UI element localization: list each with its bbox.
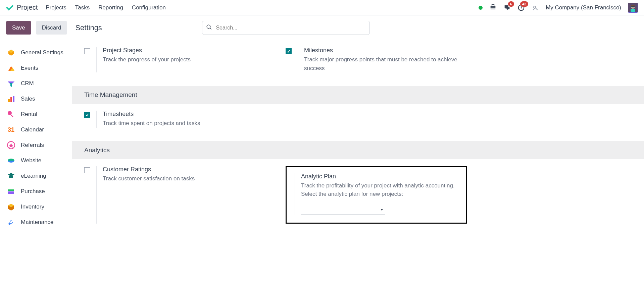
search-icon <box>206 24 212 32</box>
checkbox-customer-ratings[interactable] <box>84 167 90 173</box>
section-analytics: Analytics <box>72 141 644 159</box>
sidebar-item-label: eLearning <box>21 173 46 179</box>
svg-marker-19 <box>8 143 13 148</box>
svg-rect-21 <box>9 176 13 178</box>
calendar-icon: 31 <box>7 125 15 134</box>
search-box <box>202 21 370 35</box>
sidebar-item-events[interactable]: Events <box>0 60 72 76</box>
setting-title: Analytic Plan <box>301 173 458 180</box>
setting-milestones: Milestones Track major progress points t… <box>286 47 474 72</box>
sidebar-item-sales[interactable]: Sales <box>0 91 72 107</box>
nav-reporting[interactable]: Reporting <box>98 4 123 11</box>
setting-timesheets: Timesheets Track time spent on projects … <box>84 111 272 128</box>
project-app-icon <box>6 4 13 11</box>
crm-icon <box>7 79 15 88</box>
setting-desc: Track customer satisfaction on tasks <box>103 174 272 183</box>
nav-tasks[interactable]: Tasks <box>75 4 90 11</box>
maintenance-icon <box>7 218 15 227</box>
sidebar-item-elearning[interactable]: eLearning <box>0 168 72 184</box>
sidebar-item-label: Rental <box>21 111 37 118</box>
svg-rect-22 <box>8 189 14 191</box>
sidebar-item-label: Maintenance <box>21 219 53 226</box>
sidebar-item-maintenance[interactable]: Maintenance <box>0 215 72 230</box>
setting-desc: Track the profitability of your project … <box>301 181 458 198</box>
sales-icon <box>7 95 15 103</box>
referrals-icon <box>7 141 15 150</box>
svg-rect-23 <box>8 191 14 194</box>
sidebar-item-label: Inventory <box>21 204 44 210</box>
sidebar-item-label: Referrals <box>21 142 44 149</box>
sidebar-item-general[interactable]: General Settings <box>0 45 72 60</box>
website-icon <box>7 156 15 165</box>
sidebar-item-label: Website <box>21 157 41 164</box>
inventory-icon <box>7 202 15 211</box>
purchase-icon <box>7 187 15 196</box>
setting-title: Timesheets <box>103 111 272 118</box>
svg-rect-15 <box>13 96 14 102</box>
activities-badge: 42 <box>520 1 528 7</box>
navbar-left: Project Projects Tasks Reporting Configu… <box>6 4 166 11</box>
svg-rect-13 <box>8 99 10 102</box>
page-title: Settings <box>75 23 102 32</box>
company-switcher[interactable]: My Company (San Francisco) <box>546 4 621 11</box>
control-bar: Save Discard Settings <box>0 15 644 40</box>
setting-desc: Track major progress points that must be… <box>304 55 474 72</box>
sidebar-item-website[interactable]: Website <box>0 153 72 168</box>
settings-row-analytics: Customer Ratings Track customer satisfac… <box>72 159 644 237</box>
sidebar-item-purchase[interactable]: Purchase <box>0 184 72 199</box>
setting-title: Milestones <box>304 47 474 54</box>
main-layout: General Settings Events CRM Sales Rental… <box>0 40 644 290</box>
settings-sidebar: General Settings Events CRM Sales Rental… <box>0 40 72 290</box>
checkbox-project-stages[interactable] <box>84 48 90 54</box>
sidebar-item-rental[interactable]: Rental <box>0 107 72 122</box>
debug-icon[interactable] <box>489 4 497 11</box>
sidebar-item-referrals[interactable]: Referrals <box>0 137 72 153</box>
messages-badge: 6 <box>508 1 514 7</box>
sidebar-item-label: Purchase <box>21 188 45 195</box>
setting-analytic-plan-box: Analytic Plan Track the profitability of… <box>286 166 467 224</box>
checkbox-timesheets[interactable] <box>84 112 90 118</box>
setting-customer-ratings: Customer Ratings Track customer satisfac… <box>84 166 272 224</box>
elearning-icon <box>7 172 15 180</box>
svg-marker-12 <box>8 81 14 83</box>
analytic-plan-dropdown[interactable] <box>301 205 385 215</box>
brand[interactable]: Project <box>6 4 38 11</box>
save-button[interactable]: Save <box>6 21 31 35</box>
settings-content[interactable]: Project Stages Track the progress of you… <box>72 40 644 290</box>
sidebar-item-inventory[interactable]: Inventory <box>0 199 72 215</box>
navbar-right: 6 42 My Company (San Francisco) <box>479 3 638 13</box>
nav-configuration[interactable]: Configuration <box>132 4 166 11</box>
sidebar-item-label: CRM <box>21 80 34 87</box>
brand-name: Project <box>17 4 38 11</box>
tools-icon[interactable] <box>532 4 539 11</box>
setting-project-stages: Project Stages Track the progress of you… <box>84 47 272 72</box>
settings-row-time: Timesheets Track time spent on projects … <box>72 104 644 141</box>
section-time-management: Time Management <box>72 86 644 104</box>
user-avatar[interactable] <box>628 3 638 13</box>
activities-icon[interactable]: 42 <box>517 4 525 11</box>
general-settings-icon <box>7 48 15 57</box>
sidebar-item-label: Sales <box>21 96 35 102</box>
setting-desc: Track time spent on projects and tasks <box>103 119 272 128</box>
discard-button[interactable]: Discard <box>36 21 67 35</box>
messages-icon[interactable]: 6 <box>503 4 511 11</box>
search-input[interactable] <box>202 21 370 35</box>
svg-rect-3 <box>631 9 635 12</box>
setting-title: Project Stages <box>103 47 272 54</box>
status-dot-icon <box>479 6 483 10</box>
svg-rect-17 <box>10 114 13 117</box>
svg-point-6 <box>207 25 211 28</box>
nav-projects[interactable]: Projects <box>46 4 66 11</box>
setting-desc: Track the progress of your projects <box>103 55 272 64</box>
sidebar-item-label: Calendar <box>21 126 44 133</box>
sidebar-item-label: Events <box>21 65 38 71</box>
sidebar-item-calendar[interactable]: 31 Calendar <box>0 122 72 137</box>
checkbox-milestones[interactable] <box>286 48 292 54</box>
svg-rect-5 <box>631 5 635 6</box>
svg-rect-14 <box>10 97 12 102</box>
events-icon <box>7 64 15 72</box>
sidebar-item-crm[interactable]: CRM <box>0 76 72 91</box>
settings-row-tasks: Project Stages Track the progress of you… <box>72 40 644 86</box>
nav-menu: Projects Tasks Reporting Configuration <box>46 4 166 11</box>
setting-title: Customer Ratings <box>103 166 272 173</box>
